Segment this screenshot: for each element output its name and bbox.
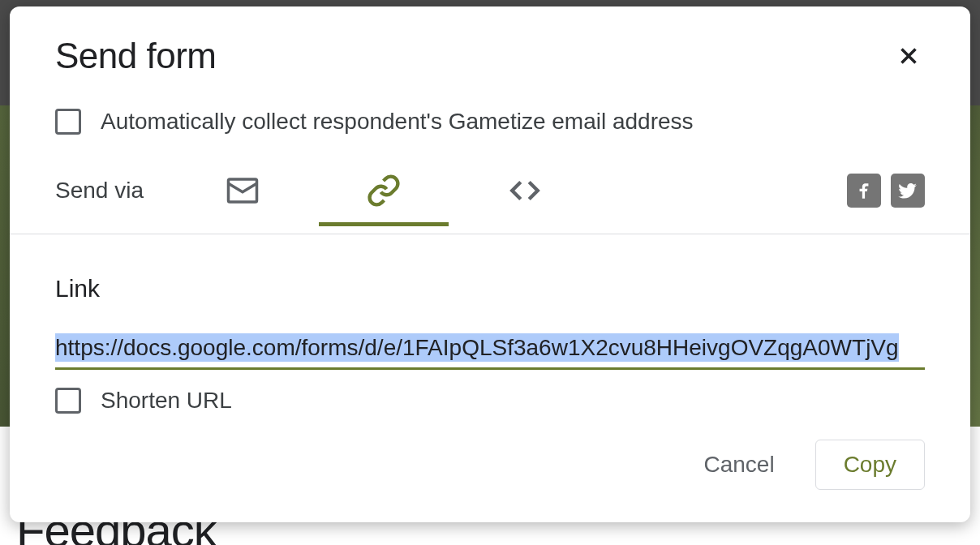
share-twitter-button[interactable] (891, 174, 925, 208)
close-icon (895, 42, 922, 70)
tab-embed[interactable] (507, 173, 543, 208)
send-form-dialog: Send form Automatically collect responde… (10, 6, 970, 522)
collect-email-row: Automatically collect respondent's Gamet… (10, 101, 970, 162)
tab-email[interactable] (225, 173, 260, 208)
dialog-title: Send form (55, 36, 216, 76)
dialog-footer: Cancel Copy (10, 430, 970, 522)
close-button[interactable] (892, 40, 925, 72)
embed-icon (508, 174, 542, 208)
social-share-icons (847, 174, 925, 208)
link-url-text[interactable]: https://docs.google.com/forms/d/e/1FAIpQ… (55, 333, 899, 362)
collect-email-checkbox[interactable] (55, 109, 81, 135)
cancel-button[interactable]: Cancel (695, 440, 782, 489)
copy-button[interactable]: Copy (815, 440, 925, 490)
shorten-url-checkbox[interactable] (55, 388, 81, 414)
send-via-label: Send via (55, 178, 144, 204)
link-icon (367, 174, 401, 208)
link-input-wrapper[interactable]: https://docs.google.com/forms/d/e/1FAIpQ… (55, 335, 925, 370)
dialog-header: Send form (10, 6, 970, 101)
shorten-url-label: Shorten URL (101, 388, 232, 414)
shorten-url-row: Shorten URL (55, 388, 925, 414)
twitter-icon (897, 180, 918, 201)
collect-email-label: Automatically collect respondent's Gamet… (101, 109, 694, 135)
link-section: Link https://docs.google.com/forms/d/e/1… (10, 234, 970, 430)
email-icon (226, 174, 260, 208)
share-facebook-button[interactable] (847, 174, 881, 208)
facebook-icon (853, 180, 875, 201)
send-via-row: Send via (10, 162, 970, 219)
link-section-label: Link (55, 275, 925, 303)
tab-link[interactable] (366, 173, 402, 208)
send-via-tabs (225, 173, 543, 208)
